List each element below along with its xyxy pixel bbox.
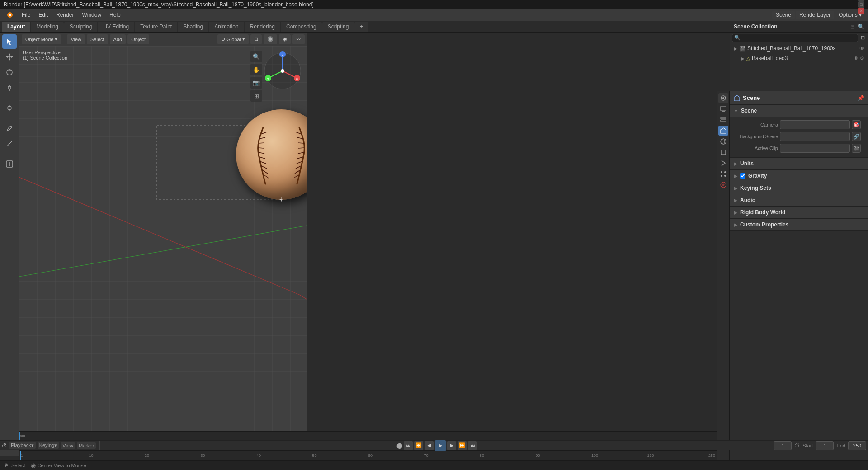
view-menu[interactable]: View (67, 34, 85, 44)
timeline-keying-dropdown[interactable]: Keying▾ (38, 442, 59, 449)
props-section-scene-header[interactable]: ▼ Scene (730, 105, 868, 117)
hand-tool-button[interactable]: ✋ (250, 64, 262, 75)
tab-uv-editing[interactable]: UV Editing (98, 22, 134, 32)
close-button[interactable]: ✕ (858, 8, 864, 14)
props-section-audio-header[interactable]: ▶ Audio (730, 194, 868, 206)
play-btn[interactable]: ▶ (435, 440, 446, 451)
menu-blender[interactable] (3, 10, 17, 19)
tool-transform[interactable] (2, 101, 17, 115)
menu-render[interactable]: Render (52, 11, 77, 19)
mesh-settings-icon[interactable]: ⚙ (860, 56, 864, 61)
props-section-units-header[interactable]: ▶ Units (730, 158, 868, 169)
props-tab-modifiers[interactable] (718, 158, 728, 168)
timeline-mode-icon[interactable]: ⏱ (2, 442, 7, 449)
props-tab-world[interactable] (718, 136, 728, 146)
object-menu[interactable]: Object (127, 34, 149, 44)
tool-annotate[interactable] (2, 121, 17, 136)
baseball-object[interactable] (236, 109, 307, 200)
outliner-item-mesh[interactable]: ▶ △ Baseball_geo3 👁 ⚙ (730, 53, 868, 63)
menu-scene-selector[interactable]: Scene (772, 11, 795, 19)
jump-end-btn[interactable]: ⏭ (468, 441, 477, 450)
bg-scene-field[interactable] (780, 132, 850, 141)
tab-modeling[interactable]: Modeling (31, 22, 64, 32)
outliner-item-scene[interactable]: ▶ 🎬 Stitched_Baseball_Ball_1870_1900s 👁 (730, 43, 868, 53)
outliner-filter-icon[interactable]: ⊟ (850, 24, 855, 30)
tool-move[interactable] (2, 50, 17, 64)
timeline-playback-dropdown[interactable]: Playback▾ (9, 442, 36, 449)
outliner-search-icon[interactable]: 🔍 (858, 24, 864, 30)
tab-shading[interactable]: Shading (178, 22, 208, 32)
bg-scene-icon-btn[interactable]: 🔗 (852, 132, 861, 141)
outliner-search-field[interactable]: 🔍 (732, 34, 858, 42)
props-section-gravity-header[interactable]: ▶ Gravity (730, 170, 868, 182)
tool-measure[interactable] (2, 136, 17, 151)
tab-texture-paint[interactable]: Texture Paint (135, 22, 177, 32)
frame-position-cursor (19, 432, 20, 440)
jump-start-btn[interactable]: ⏮ (404, 441, 413, 450)
props-tab-render[interactable] (718, 93, 728, 103)
tab-rendering[interactable]: Rendering (245, 22, 280, 32)
tab-layout[interactable]: Layout (2, 22, 30, 32)
props-section-custom-props-header[interactable]: ▶ Custom Properties (730, 219, 868, 230)
viewport[interactable]: User Perspective (1) Scene Collection Z … (19, 46, 307, 456)
props-tab-object[interactable] (718, 147, 728, 157)
add-menu[interactable]: Add (110, 34, 126, 44)
tab-animation[interactable]: Animation (209, 22, 244, 32)
menu-render-layer[interactable]: RenderLayer (796, 11, 834, 19)
viewport-snap[interactable]: 🔘 (264, 34, 277, 44)
menu-edit[interactable]: Edit (35, 11, 52, 19)
props-tab-physics[interactable] (718, 180, 728, 190)
grid-view-button[interactable]: ⊞ (250, 90, 262, 102)
props-section-keying-sets-header[interactable]: ▶ Keying Sets (730, 182, 868, 194)
tool-scale[interactable] (2, 80, 17, 95)
menu-window[interactable]: Window (78, 11, 105, 19)
props-tab-view-layer[interactable] (718, 115, 728, 125)
timeline-view-dropdown[interactable]: View (61, 442, 75, 449)
end-frame-input[interactable]: 250 (848, 441, 866, 450)
scene-visibility-icon[interactable]: 👁 (859, 46, 864, 51)
timeline-controls-bar: ⏱ Playback▾ Keying▾ View Marker ⬤ ⏮ ⏪ ◀ … (0, 440, 868, 450)
maximize-button[interactable]: □ (858, 1, 864, 8)
current-frame-input[interactable]: 1 (774, 441, 792, 450)
status-center: ◉ Center View to Mouse (31, 462, 86, 469)
viewport-editor-type[interactable]: 〰 (292, 34, 305, 44)
camera-field[interactable] (780, 120, 850, 129)
viewport-global-dropdown[interactable]: ⊙ Global ▾ (217, 34, 249, 44)
timeline-marker-dropdown[interactable]: Marker (77, 442, 96, 449)
tab-scripting[interactable]: Scripting (322, 22, 354, 32)
active-clip-field[interactable] (780, 144, 850, 153)
start-frame-input[interactable]: 1 (816, 441, 834, 450)
props-tab-scene[interactable] (718, 126, 728, 136)
next-keyframe-btn[interactable]: ⏩ (458, 441, 467, 450)
timeline-tick-area[interactable]: 1 10 20 30 40 50 60 70 80 90 250 (19, 431, 717, 440)
frame-100: 100 (591, 453, 598, 458)
tool-rotate[interactable] (2, 65, 17, 80)
tab-sculpting[interactable]: Sculpting (64, 22, 97, 32)
gravity-checkbox[interactable] (740, 173, 745, 179)
tool-select[interactable] (2, 34, 17, 49)
zoom-in-button[interactable]: 🔍 (250, 51, 262, 62)
active-clip-icon-btn[interactable]: 🎬 (852, 144, 861, 153)
props-tab-output[interactable] (718, 104, 728, 114)
nav-gizmo[interactable]: Z X Y (262, 51, 303, 91)
mesh-visibility-icon[interactable]: 👁 (854, 56, 859, 61)
object-mode-dropdown[interactable]: Object Mode ▾ (22, 34, 61, 44)
timeline-dot-btn[interactable]: ⬤ (396, 442, 402, 449)
tab-add[interactable]: + (354, 22, 368, 32)
props-section-rigid-body-header[interactable]: ▶ Rigid Body World (730, 207, 868, 218)
camera-view-button[interactable]: 📷 (250, 77, 262, 89)
menu-help[interactable]: Help (106, 11, 124, 19)
tool-add[interactable] (2, 157, 17, 171)
select-menu[interactable]: Select (87, 34, 108, 44)
outliner-filter-btn[interactable]: ⊟ (859, 35, 866, 41)
prev-keyframe-btn[interactable]: ⏪ (414, 441, 423, 450)
next-frame-btn[interactable]: ▶ (447, 441, 456, 450)
prev-frame-btn[interactable]: ◀ (425, 441, 434, 450)
props-tab-particles[interactable] (718, 169, 728, 179)
menu-file[interactable]: File (18, 11, 34, 19)
props-pin-button[interactable]: 📌 (858, 95, 864, 101)
camera-eyedropper-btn[interactable]: 🎯 (852, 120, 861, 129)
tab-compositing[interactable]: Compositing (281, 22, 322, 32)
viewport-proportional[interactable]: ◉ (279, 34, 291, 44)
viewport-transform-pivot[interactable]: ⊡ (250, 34, 262, 44)
